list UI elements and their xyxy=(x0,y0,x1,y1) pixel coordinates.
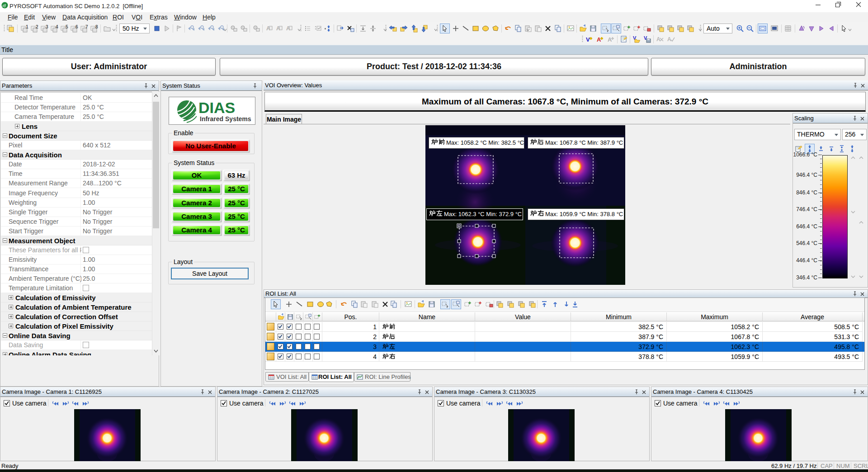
svg-text:3: 3 xyxy=(46,24,48,29)
svg-text:2: 2 xyxy=(36,24,38,29)
svg-text:7: 7 xyxy=(85,24,88,29)
svg-text:6: 6 xyxy=(75,24,78,29)
svg-text:8: 8 xyxy=(95,24,98,29)
svg-text:1: 1 xyxy=(26,24,28,29)
svg-text:DIAS: DIAS xyxy=(198,99,235,116)
svg-text:Infrared Systems: Infrared Systems xyxy=(200,115,251,123)
svg-text:4: 4 xyxy=(56,24,58,29)
svg-text:5: 5 xyxy=(66,24,68,29)
